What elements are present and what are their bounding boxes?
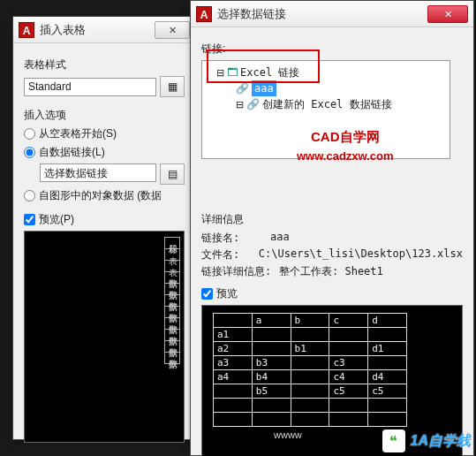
table-icon: ▤ [168, 168, 178, 180]
radio-blank-label: 从空表格开始(S) [39, 126, 117, 141]
tree-node-excel[interactable]: ⊟ 🗔 Excel 链接 [216, 65, 446, 80]
grid-icon: ▦ [168, 80, 178, 93]
brand-overlay: ❝ 1A自学线 [382, 429, 471, 452]
radio-extract-data[interactable] [24, 190, 35, 201]
preview-checkbox[interactable] [24, 214, 35, 225]
radio-data-link-label: 自数据链接(L) [39, 145, 105, 160]
close-button[interactable]: ✕ [427, 5, 468, 23]
table-row: a2b1d1 [214, 342, 407, 356]
titlebar: A 选择数据链接 ✕ [191, 1, 473, 27]
insert-table-dialog: A 插入表格 ✕ 表格样式 Standard ▦ 插入选项 从空表格开始(S) … [12, 16, 196, 440]
link-icon: 🔗 [236, 80, 249, 96]
preview-mini-table: 标题 表 表 数据 数据 数据 数据 数据 数据 数据 数据 [164, 237, 180, 364]
preview-data-table: a b c d a1 a2b1d1 a3b3c3 a4b4c4d4 b5c5c5 [213, 313, 407, 427]
dialog-title: 插入表格 [40, 22, 86, 38]
table-row: a b c d [214, 314, 407, 328]
select-data-link-dialog: A 选择数据链接 ✕ 链接: ⊟ 🗔 Excel 链接 🔗 aaa ⊟ 🔗 创建… [190, 0, 474, 456]
table-row: a4b4c4d4 [214, 370, 407, 384]
radio-blank-table[interactable] [24, 128, 35, 140]
tree-node-aaa[interactable]: 🔗 aaa [236, 80, 446, 96]
data-link-browse-button[interactable]: ▤ [160, 163, 185, 185]
links-label: 链接: [201, 42, 463, 57]
wechat-icon: ❝ [382, 429, 405, 452]
dialog-title: 选择数据链接 [217, 6, 286, 22]
radio-extract-label: 自图形中的对象数据 (数据 [39, 188, 162, 203]
table-row [214, 413, 407, 427]
link-icon: 🔗 [246, 96, 260, 112]
minus-icon: ⊟ [236, 96, 244, 112]
detail-file-name: 文件名: C:\Users\t_lisi\Desktop\123.xlsx [201, 247, 463, 262]
details-label: 详细信息 [201, 212, 463, 227]
table-style-select[interactable]: Standard [24, 78, 156, 96]
autocad-icon: A [196, 6, 212, 22]
excel-icon: 🗔 [227, 65, 238, 80]
titlebar: A 插入表格 ✕ [13, 17, 195, 43]
table-style-label: 表格样式 [24, 57, 185, 72]
preview-label: 预览(P) [39, 212, 74, 227]
detail-link-name: 链接名: aaa [201, 231, 463, 246]
preview-checkbox[interactable] [201, 288, 213, 300]
brand-text: 1A自学线 [411, 432, 471, 451]
links-tree[interactable]: ⊟ 🗔 Excel 链接 🔗 aaa ⊟ 🔗 创建新的 Excel 数据链接 [201, 60, 450, 159]
style-settings-button[interactable]: ▦ [160, 76, 185, 97]
table-row: b5c5c5 [214, 384, 407, 399]
wwww-text: wwww [274, 429, 302, 440]
minus-icon: ⊟ [216, 65, 224, 80]
insert-options-label: 插入选项 [24, 108, 185, 123]
detail-link-details: 链接详细信息: 整个工作表: Sheet1 [201, 264, 463, 279]
table-row: a1 [214, 328, 407, 342]
radio-data-link[interactable] [24, 147, 35, 158]
data-link-select[interactable]: 选择数据链接 [40, 163, 156, 182]
preview-label: 预览 [216, 286, 238, 301]
table-row [214, 399, 407, 413]
left-preview-panel: 标题 表 表 数据 数据 数据 数据 数据 数据 数据 数据 [24, 231, 185, 443]
close-button[interactable]: ✕ [155, 21, 190, 39]
table-row: a3b3c3 [214, 356, 407, 370]
autocad-icon: A [19, 22, 34, 38]
tree-node-create-new[interactable]: ⊟ 🔗 创建新的 Excel 数据链接 [236, 96, 446, 112]
